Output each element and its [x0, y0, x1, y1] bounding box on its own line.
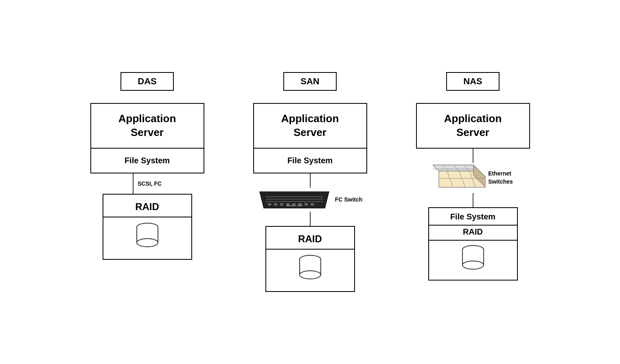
das-raid-box: RAID	[103, 194, 192, 260]
nas-app-server-label: ApplicationServer	[417, 104, 529, 148]
das-raid-label: RAID	[103, 195, 191, 217]
das-title: DAS	[120, 72, 173, 91]
san-fc-switch-icon: SilkWorm 2800	[258, 188, 331, 212]
nas-fs-label: File System	[429, 208, 517, 225]
san-file-system-label: File System	[254, 148, 366, 173]
nas-raid-label: RAID	[429, 226, 517, 240]
svg-text:SilkWorm 2800: SilkWorm 2800	[286, 204, 302, 207]
san-switch-group: SilkWorm 2800 FC Switch	[258, 188, 363, 212]
das-server-box: ApplicationServer File System	[90, 103, 204, 173]
svg-rect-15	[305, 203, 308, 206]
das-app-server-label: ApplicationServer	[91, 104, 204, 148]
svg-rect-16	[311, 203, 314, 206]
san-raid-label: RAID	[266, 227, 354, 249]
nas-eth-switch-label: EthernetSwitches	[486, 170, 513, 186]
san-title: SAN	[283, 72, 336, 91]
svg-point-22	[300, 271, 321, 279]
nas-bottom-connector	[473, 193, 473, 207]
san-bottom-connector	[310, 212, 311, 226]
san-top-connector	[310, 173, 311, 188]
svg-rect-9	[268, 203, 271, 206]
nas-top-connector	[473, 149, 473, 163]
nas-fs-raid-box: File System RAID	[428, 207, 518, 281]
das-connector-label: SCSI, FC	[134, 180, 162, 187]
san-app-server-label: ApplicationServer	[254, 104, 366, 148]
svg-point-4	[137, 239, 158, 247]
nas-cylinder-icon	[429, 240, 517, 280]
svg-point-38	[462, 261, 484, 269]
nas-eth-switch-icon	[433, 163, 486, 193]
san-cylinder-icon	[266, 249, 354, 291]
san-column: SAN ApplicationServer File System	[245, 72, 375, 292]
san-raid-box: RAID	[265, 226, 355, 292]
nas-switch-group: EthernetSwitches	[433, 163, 513, 193]
san-fc-switch-label: FC Switch	[331, 196, 363, 203]
das-column: DAS ApplicationServer File System SCSI, …	[82, 72, 213, 260]
das-connector: SCSI, FC	[116, 173, 162, 194]
das-cylinder-icon	[103, 217, 191, 259]
svg-rect-11	[280, 203, 283, 206]
nas-column: NAS ApplicationServer	[408, 72, 538, 281]
san-server-box: ApplicationServer File System	[253, 103, 367, 173]
main-diagram: DAS ApplicationServer File System SCSI, …	[0, 56, 620, 308]
nas-server-box: ApplicationServer	[416, 103, 530, 149]
das-file-system-label: File System	[91, 148, 204, 173]
svg-rect-10	[274, 203, 277, 206]
nas-title: NAS	[446, 72, 499, 91]
